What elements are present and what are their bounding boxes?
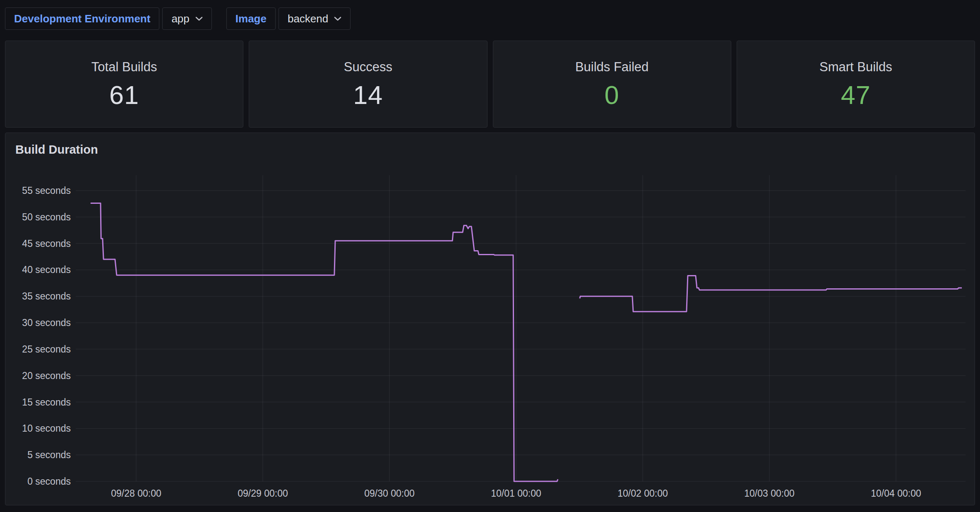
build-duration-panel: 0 seconds5 seconds10 seconds15 seconds20… (5, 133, 975, 505)
y-axis-tick-label: 10 seconds (22, 423, 71, 434)
series-line (580, 276, 962, 312)
y-axis-tick-label: 50 seconds (22, 212, 71, 222)
stat-panels-row: Total Builds61Success14Builds Failed0Sma… (5, 41, 975, 128)
x-axis-tick-label: 10/02 00:00 (617, 488, 668, 499)
x-axis-tick-label: 09/28 00:00 (111, 488, 161, 499)
variable-group: Imagebackend (226, 7, 351, 30)
stat-panel-total-builds: Total Builds61 (5, 41, 243, 128)
stat-panel-title[interactable]: Success (344, 60, 392, 74)
variable-value: backend (288, 12, 328, 25)
x-axis-tick-label: 09/29 00:00 (238, 488, 288, 499)
y-axis-tick-label: 15 seconds (22, 397, 71, 408)
y-axis-tick-label: 25 seconds (22, 344, 71, 355)
stat-value: 14 (353, 82, 383, 108)
variable-label: Development Environment (5, 7, 159, 30)
chevron-down-icon (195, 16, 203, 21)
x-axis-tick-label: 10/04 00:00 (871, 488, 921, 499)
y-axis-tick-label: 45 seconds (22, 238, 71, 249)
stat-value: 61 (109, 82, 139, 108)
y-axis-tick-label: 20 seconds (22, 370, 71, 381)
build-duration-chart[interactable]: 0 seconds5 seconds10 seconds15 seconds20… (5, 133, 975, 505)
variables-bar: Development EnvironmentappImagebackend (5, 7, 975, 30)
stat-value: 47 (841, 82, 871, 108)
y-axis-tick-label: 5 seconds (27, 449, 71, 460)
variable-value: app (171, 12, 189, 25)
stat-panel-title[interactable]: Smart Builds (819, 60, 892, 74)
variable-dropdown[interactable]: backend (279, 7, 351, 30)
series-line (91, 203, 558, 481)
stat-panel-smart-builds: Smart Builds47 (737, 41, 975, 128)
y-axis-tick-label: 0 seconds (27, 476, 71, 487)
y-axis-tick-label: 30 seconds (22, 317, 71, 328)
dashboard: Development EnvironmentappImagebackend T… (0, 0, 980, 512)
chevron-down-icon (334, 16, 341, 21)
stat-panel-title[interactable]: Builds Failed (575, 60, 649, 74)
stat-panel-success: Success14 (249, 41, 487, 128)
variable-dropdown[interactable]: app (162, 7, 211, 30)
x-axis-tick-label: 10/01 00:00 (491, 488, 541, 499)
panel-title[interactable]: Build Duration (15, 143, 98, 157)
y-axis-tick-label: 35 seconds (22, 291, 71, 302)
variable-group: Development Environmentapp (5, 7, 212, 30)
y-axis-tick-label: 40 seconds (22, 264, 71, 275)
stat-value: 0 (605, 82, 620, 108)
stat-panel-builds-failed: Builds Failed0 (493, 41, 731, 128)
y-axis-tick-label: 55 seconds (22, 185, 71, 196)
x-axis-tick-label: 09/30 00:00 (364, 488, 415, 499)
x-axis-tick-label: 10/03 00:00 (744, 488, 795, 499)
variable-label: Image (226, 7, 276, 30)
stat-panel-title[interactable]: Total Builds (91, 60, 157, 74)
